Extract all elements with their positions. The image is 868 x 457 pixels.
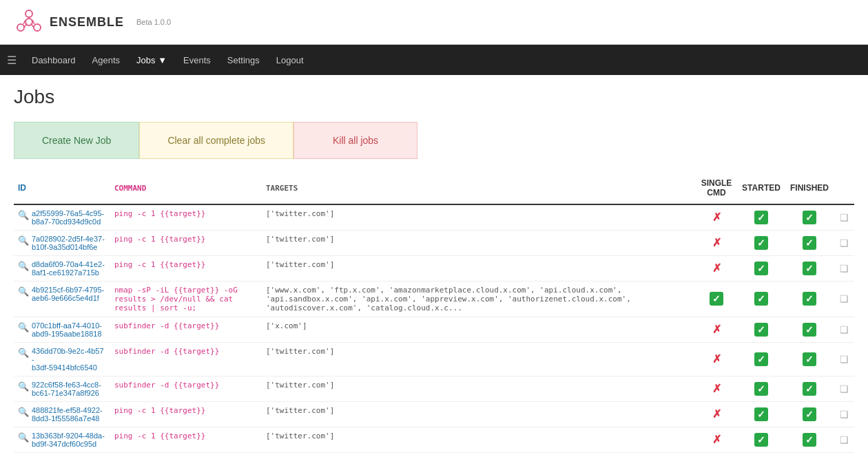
col-header-id: ID	[14, 173, 110, 204]
id-cell: 🔍 7a028902-2d5f-4e37-b10f-9a35d014bf6e	[18, 235, 106, 251]
finished-check: ✓	[803, 211, 816, 224]
clear-complete-jobs-button[interactable]: Clear all complete jobs	[139, 122, 293, 159]
job-single-cmd: ✗	[696, 255, 737, 281]
svg-point-0	[25, 10, 32, 17]
job-id[interactable]: 488821fe-ef58-4922-8dd3-1f55586a7e48	[32, 406, 103, 423]
job-targets: ['twitter.com']	[262, 342, 696, 376]
job-id[interactable]: 13b363bf-9204-48da-bd9f-347dcf60c95d	[32, 432, 105, 448]
copy-icon[interactable]: ❏	[840, 293, 849, 304]
job-id[interactable]: 436dd70b-9e2c-4b57-b3df-59414bfc6540	[32, 347, 106, 372]
single-cross: ✗	[712, 408, 721, 420]
job-started: ✓	[737, 204, 785, 231]
started-check: ✓	[754, 292, 768, 306]
search-icon[interactable]: 🔍	[18, 407, 29, 417]
job-id[interactable]: a2f55999-76a5-4c95-b8a7-70cd934d9c0d	[32, 209, 104, 226]
job-copy-cell: ❏	[834, 281, 854, 317]
search-icon[interactable]: 🔍	[18, 381, 29, 392]
started-check: ✓	[754, 236, 768, 250]
nav-settings[interactable]: Settings	[219, 48, 268, 72]
job-finished: ✓	[785, 376, 834, 401]
copy-icon[interactable]: ❏	[840, 324, 849, 335]
finished-check: ✓	[803, 323, 816, 337]
finished-check: ✓	[803, 262, 816, 275]
job-id[interactable]: 4b9215cf-6b97-4795-aeb6-9e666c5e4d1f	[32, 286, 104, 302]
single-check: ✓	[710, 292, 723, 306]
col-header-command: COMMAND	[110, 173, 262, 204]
table-row: 🔍 d8da6f09-70a4-41e2-8af1-ce61927a715b p…	[14, 255, 854, 281]
nav-logout[interactable]: Logout	[268, 48, 312, 72]
job-finished: ✓	[785, 204, 834, 231]
logo-name: ENSEMBLE	[50, 15, 124, 30]
job-single-cmd: ✓	[696, 281, 737, 317]
job-targets: ['twitter.com']	[262, 204, 696, 231]
job-started: ✓	[737, 401, 785, 427]
svg-point-2	[34, 24, 41, 31]
started-check: ✓	[754, 433, 768, 447]
copy-icon[interactable]: ❏	[840, 212, 849, 223]
table-row: 🔍 13b363bf-9204-48da-bd9f-347dcf60c95d p…	[14, 427, 854, 452]
kill-all-jobs-button[interactable]: Kill all jobs	[293, 122, 417, 159]
job-single-cmd: ✗	[696, 204, 737, 231]
job-targets: ['twitter.com']	[262, 376, 696, 401]
copy-icon[interactable]: ❏	[840, 354, 849, 365]
id-cell: 🔍 a2f55999-76a5-4c95-b8a7-70cd934d9c0d	[18, 209, 106, 226]
job-targets: ['twitter.com']	[262, 401, 696, 427]
job-id[interactable]: 922c6f58-fe63-4cc8-bc61-71e347a8f926	[32, 381, 101, 397]
logo: ENSEMBLE Beta 1.0.0	[14, 7, 171, 37]
single-cross: ✗	[712, 237, 721, 248]
copy-icon[interactable]: ❏	[840, 434, 849, 445]
job-command: ping -c 1 {{target}}	[110, 401, 262, 427]
search-icon[interactable]: 🔍	[18, 286, 29, 297]
table-row: 🔍 436dd70b-9e2c-4b57-b3df-59414bfc6540 s…	[14, 342, 854, 376]
search-icon[interactable]: 🔍	[18, 261, 29, 271]
job-copy-cell: ❏	[834, 342, 854, 376]
job-copy-cell: ❏	[834, 427, 854, 452]
job-started: ✓	[737, 317, 785, 342]
job-targets: ['twitter.com']	[262, 427, 696, 452]
nav-events[interactable]: Events	[175, 48, 219, 72]
col-header-single-cmd: SINGLE CMD	[696, 173, 737, 204]
job-finished: ✓	[785, 342, 834, 376]
nav-agents[interactable]: Agents	[84, 48, 128, 72]
table-row: 🔍 7a028902-2d5f-4e37-b10f-9a35d014bf6e p…	[14, 230, 854, 255]
col-header-finished: FINISHED	[785, 173, 834, 204]
search-icon[interactable]: 🔍	[18, 348, 29, 358]
job-command: ping -c 1 {{target}}	[110, 427, 262, 452]
job-copy-cell: ❏	[834, 230, 854, 255]
copy-icon[interactable]: ❏	[840, 263, 849, 274]
create-new-job-button[interactable]: Create New Job	[14, 122, 139, 159]
search-icon[interactable]: 🔍	[18, 322, 29, 332]
finished-check: ✓	[803, 292, 816, 306]
nav-dashboard[interactable]: Dashboard	[23, 48, 84, 72]
started-check: ✓	[754, 323, 768, 337]
copy-icon[interactable]: ❏	[840, 409, 849, 420]
table-row: 🔍 4b9215cf-6b97-4795-aeb6-9e666c5e4d1f n…	[14, 281, 854, 317]
search-icon[interactable]: 🔍	[18, 235, 29, 246]
search-icon[interactable]: 🔍	[18, 210, 29, 220]
copy-icon[interactable]: ❏	[840, 237, 849, 248]
job-id[interactable]: 070c1bff-aa74-4010-abd9-195aabe18818	[32, 321, 102, 338]
id-cell: 🔍 436dd70b-9e2c-4b57-b3df-59414bfc6540	[18, 347, 106, 372]
job-command: subfinder -d {{target}}	[110, 317, 262, 342]
id-cell: 🔍 4b9215cf-6b97-4795-aeb6-9e666c5e4d1f	[18, 286, 106, 302]
job-targets: ['www.x.com', 'ftp.x.com', 'amazonmarket…	[262, 281, 696, 317]
action-buttons: Create New Job Clear all complete jobs K…	[0, 115, 868, 173]
job-finished: ✓	[785, 317, 834, 342]
copy-icon[interactable]: ❏	[840, 383, 849, 394]
nav-jobs[interactable]: Jobs ▼	[128, 48, 175, 72]
search-icon[interactable]: 🔍	[18, 432, 29, 443]
job-finished: ✓	[785, 401, 834, 427]
job-id[interactable]: d8da6f09-70a4-41e2-8af1-ce61927a715b	[32, 260, 105, 277]
job-id[interactable]: 7a028902-2d5f-4e37-b10f-9a35d014bf6e	[32, 235, 105, 251]
job-finished: ✓	[785, 281, 834, 317]
svg-point-1	[17, 24, 24, 31]
job-started: ✓	[737, 230, 785, 255]
job-single-cmd: ✗	[696, 376, 737, 401]
hamburger-icon[interactable]: ☰	[7, 54, 17, 67]
job-copy-cell: ❏	[834, 376, 854, 401]
col-header-targets: TARGETS	[262, 173, 696, 204]
finished-check: ✓	[803, 382, 816, 396]
job-copy-cell: ❏	[834, 204, 854, 231]
job-copy-cell: ❏	[834, 317, 854, 342]
beta-badge: Beta 1.0.0	[136, 18, 171, 26]
